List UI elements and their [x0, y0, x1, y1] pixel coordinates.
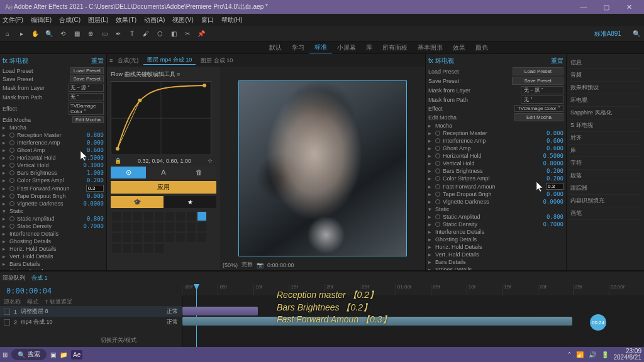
- expand-icon[interactable]: ▸: [428, 251, 431, 258]
- preset-button[interactable]: Load Preset: [70, 67, 104, 74]
- preset-24[interactable]: [165, 233, 174, 242]
- curve-editor[interactable]: [111, 81, 211, 155]
- param-value[interactable]: 0.200: [547, 168, 564, 174]
- expand-icon[interactable]: ▸: [3, 223, 6, 229]
- explorer-icon[interactable]: 📁: [60, 351, 67, 358]
- stopwatch-icon[interactable]: [9, 148, 14, 153]
- param-value[interactable]: 0.800: [87, 216, 104, 222]
- ws-tab-1[interactable]: 学习: [287, 41, 309, 53]
- camera-icon[interactable]: 📷: [257, 262, 264, 268]
- param-value[interactable]: 0.600: [87, 147, 104, 153]
- param-value[interactable]: 0.3000: [83, 162, 104, 168]
- param-value[interactable]: 0.200: [87, 177, 104, 184]
- wifi-icon[interactable]: 📶: [576, 351, 584, 358]
- r-static-group[interactable]: Static: [435, 206, 564, 212]
- l-detail-1[interactable]: ▸Ghosting Details: [3, 238, 104, 245]
- current-timecode[interactable]: 0:00:00:04: [0, 284, 182, 298]
- expand-icon[interactable]: ▸: [3, 216, 6, 222]
- layer-mode[interactable]: 正常: [167, 318, 178, 326]
- side-section-4[interactable]: Sapphire 风格化: [569, 107, 641, 119]
- side-section-9[interactable]: 段落: [569, 170, 641, 182]
- dropdown[interactable]: 无 ~ 源 ˅: [69, 84, 104, 92]
- r-detail-0[interactable]: ▸Interference Details: [428, 228, 564, 236]
- preset-19[interactable]: [112, 233, 121, 242]
- timer-bubble[interactable]: 00:24: [590, 314, 606, 331]
- expand-icon[interactable]: ▸: [3, 155, 6, 161]
- tl-tab-0[interactable]: 渲染队列: [3, 274, 25, 282]
- stopwatch-icon[interactable]: [9, 170, 14, 175]
- battery-icon[interactable]: 🔋: [601, 351, 609, 358]
- preset-11[interactable]: [123, 222, 131, 231]
- ws-tab-5[interactable]: 所有面板: [377, 41, 413, 53]
- dropdown[interactable]: 无 ~ 源 ˅: [521, 86, 564, 94]
- l-detail-3[interactable]: ▸Vert. Hold Details: [3, 253, 104, 260]
- eye-icon[interactable]: [4, 319, 10, 326]
- expand-icon[interactable]: ▸: [428, 236, 431, 243]
- expand-icon[interactable]: ▸: [428, 138, 431, 144]
- preset-2[interactable]: [123, 212, 131, 221]
- stopwatch-icon[interactable]: [435, 214, 440, 219]
- comp-tab-1[interactable]: 图层 mp4 合成 10: [143, 56, 196, 65]
- menu-file[interactable]: 文件(F): [3, 16, 23, 25]
- expand-icon[interactable]: ▸: [3, 177, 6, 184]
- expand-icon[interactable]: ▸: [3, 147, 6, 153]
- param-value[interactable]: 0.000: [547, 130, 564, 136]
- param-value[interactable]: 0.600: [547, 138, 564, 144]
- preset-16[interactable]: [176, 222, 185, 231]
- stopwatch-icon[interactable]: [9, 155, 14, 160]
- r-detail-4[interactable]: ▸Bars Details: [428, 258, 564, 266]
- ae-icon[interactable]: Ae: [71, 350, 82, 359]
- preset-5[interactable]: [155, 212, 164, 221]
- stopwatch-icon[interactable]: [9, 163, 14, 168]
- brush-tool-icon[interactable]: 🖌: [141, 29, 151, 39]
- side-section-11[interactable]: 内容识别填充: [569, 195, 641, 207]
- mocha-group[interactable]: Mocha: [9, 124, 104, 131]
- stopwatch-icon[interactable]: [9, 178, 14, 183]
- eye-icon[interactable]: [4, 309, 10, 315]
- stopwatch-icon[interactable]: [435, 168, 440, 173]
- stopwatch-icon[interactable]: [435, 184, 440, 189]
- side-section-10[interactable]: 跟踪器: [569, 182, 641, 195]
- param-value[interactable]: 1.000: [87, 170, 104, 176]
- expand-icon[interactable]: ▸: [428, 199, 431, 205]
- preset-4[interactable]: [144, 212, 153, 221]
- expand-icon[interactable]: ▸: [3, 193, 6, 199]
- dropdown[interactable]: TVDamage Color ˅: [514, 105, 564, 112]
- preset-31[interactable]: [144, 244, 153, 253]
- preset-12[interactable]: [133, 222, 142, 231]
- dropdown[interactable]: TVDamage Color ˅: [69, 102, 104, 115]
- comp-tab-0[interactable]: 合成(无): [114, 57, 142, 65]
- minimize-button[interactable]: —: [572, 3, 595, 11]
- ws-tab-3[interactable]: 小屏幕: [332, 41, 361, 53]
- stopwatch-icon[interactable]: [435, 176, 440, 181]
- static-group[interactable]: Static: [9, 208, 104, 214]
- volume-icon[interactable]: 🔊: [589, 351, 596, 358]
- preset-29[interactable]: [123, 244, 131, 253]
- menu-comp[interactable]: 合成(C): [59, 16, 80, 25]
- preset-3[interactable]: [133, 212, 142, 221]
- param-value[interactable]: 0.000: [547, 191, 564, 197]
- menu-window[interactable]: 窗口: [201, 16, 214, 25]
- r-detail-1[interactable]: ▸Ghosting Details: [428, 236, 564, 243]
- expand-icon[interactable]: ▸: [3, 185, 6, 192]
- stopwatch-icon[interactable]: [9, 201, 14, 206]
- r-reset[interactable]: 重置: [551, 57, 564, 65]
- l-detail-4[interactable]: ▸Bars Details: [3, 260, 104, 268]
- panel-menu-icon[interactable]: ≡: [109, 57, 113, 63]
- expand-icon[interactable]: ▸: [428, 130, 431, 136]
- layer-bar-1[interactable]: [182, 307, 258, 315]
- eraser-tool-icon[interactable]: ◧: [169, 29, 179, 39]
- preset-32[interactable]: [155, 244, 164, 253]
- stopwatch-icon[interactable]: [435, 153, 440, 158]
- stopwatch-icon[interactable]: [9, 140, 14, 145]
- preset-18[interactable]: [197, 222, 206, 231]
- preset-21[interactable]: [133, 233, 142, 242]
- tray-chevron-icon[interactable]: ˄: [568, 351, 571, 358]
- task-icon[interactable]: ▣: [50, 351, 56, 358]
- curve-key-btn[interactable]: ⊙: [111, 167, 146, 178]
- close-button[interactable]: ✕: [618, 3, 640, 11]
- tl-tab-1[interactable]: 合成 1: [31, 274, 48, 282]
- expand-icon[interactable]: ▸: [428, 145, 431, 151]
- param-value[interactable]: 0.5000: [83, 155, 104, 161]
- side-section-5[interactable]: S 坏电视: [569, 119, 641, 132]
